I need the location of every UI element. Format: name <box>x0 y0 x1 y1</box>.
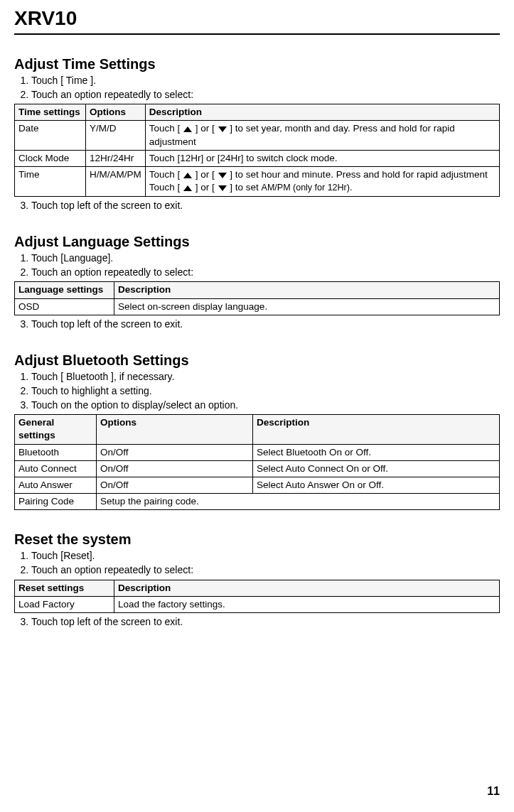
step-item: Touch an option repeatedly to select: <box>31 88 500 102</box>
svg-marker-3 <box>218 173 227 178</box>
table-header: Options <box>97 415 253 444</box>
step-item: Touch on the option to display/select an… <box>31 399 500 413</box>
table-row: Date Y/M/D Touch [ ] or [ ] to set year,… <box>15 121 500 150</box>
language-settings-table: Language settings Description OSD Select… <box>14 281 500 315</box>
table-cell: Select Auto Connect On or Off. <box>253 460 500 477</box>
table-cell: Touch [ ] or [ ] to set hour and minute.… <box>145 167 499 196</box>
table-row: Load Factory Load the factory settings. <box>15 596 500 612</box>
triangle-up-icon <box>183 126 193 133</box>
table-cell: OSD <box>15 298 114 315</box>
step-item: Touch top left of the screen to exit. <box>31 199 500 213</box>
table-cell: Auto Connect <box>15 460 97 477</box>
table-cell: Time <box>15 167 86 196</box>
section-heading-bluetooth: Adjust Bluetooth Settings <box>14 352 500 369</box>
svg-marker-5 <box>218 185 227 191</box>
title-divider <box>14 33 500 35</box>
table-row: Clock Mode 12Hr/24Hr Touch [12Hr] or [24… <box>15 150 500 166</box>
table-cell: Touch [ ] or [ ] to set year, month and … <box>145 121 499 150</box>
time-settings-table: Time settings Options Description Date Y… <box>14 104 500 196</box>
text-fragment: Touch [ <box>149 169 183 180</box>
table-row: Auto Connect On/Off Select Auto Connect … <box>15 460 500 477</box>
table-row: OSD Select on-screen display language. <box>15 298 500 315</box>
table-cell: Select Bluetooth On or Off. <box>253 444 500 460</box>
table-row: Bluetooth On/Off Select Bluetooth On or … <box>15 444 500 460</box>
svg-marker-4 <box>183 185 192 191</box>
step-item: Touch top left of the screen to exit. <box>31 318 500 332</box>
table-cell: Clock Mode <box>15 150 86 166</box>
table-cell: Bluetooth <box>15 444 97 460</box>
steps-reset-after: Touch top left of the screen to exit. <box>21 615 500 629</box>
text-fragment: ] or [ <box>193 123 218 134</box>
table-cell: Select Auto Answer On or Off. <box>253 477 500 493</box>
step-item: Touch top left of the screen to exit. <box>31 615 500 629</box>
section-bluetooth-settings: Adjust Bluetooth Settings Touch [ Blueto… <box>14 352 500 510</box>
svg-marker-1 <box>218 126 227 132</box>
table-cell: Date <box>15 121 86 150</box>
table-header: Language settings <box>15 282 114 298</box>
table-cell: On/Off <box>97 477 253 493</box>
section-reset-system: Reset the system Touch [Reset]. Touch an… <box>14 531 500 629</box>
step-item: Touch [ Time ]. <box>31 74 500 88</box>
table-cell: Pairing Code <box>15 494 97 510</box>
table-header: Description <box>253 415 500 444</box>
table-cell: H/M/AM/PM <box>86 167 146 196</box>
steps-bluetooth: Touch [ Bluetooth ], if necessary. Touch… <box>21 370 500 412</box>
step-item: Touch [Reset]. <box>31 549 500 563</box>
svg-marker-0 <box>183 126 192 132</box>
triangle-up-icon <box>183 172 193 179</box>
table-row: Time H/M/AM/PM Touch [ ] or [ ] to set h… <box>15 167 500 196</box>
step-item: Touch an option repeatedly to select: <box>31 563 500 578</box>
table-cell: 12Hr/24Hr <box>86 150 146 166</box>
table-cell: Select on-screen display language. <box>114 298 500 315</box>
reset-settings-table: Reset settings Description Load Factory … <box>14 580 500 613</box>
table-header: Options <box>86 104 146 121</box>
table-row: Pairing Code Setup the pairing code. <box>15 494 500 510</box>
table-cell: Y/M/D <box>86 121 146 150</box>
triangle-up-icon <box>183 185 193 192</box>
step-item: Touch an option repeatedly to select: <box>31 266 500 280</box>
table-header: General settings <box>15 415 97 444</box>
step-item: Touch [Language]. <box>31 251 500 266</box>
table-cell: On/Off <box>97 444 253 460</box>
steps-language-after: Touch top left of the screen to exit. <box>21 318 500 332</box>
section-heading-reset: Reset the system <box>14 531 500 548</box>
table-cell: Load Factory <box>15 596 114 612</box>
table-header: Time settings <box>15 104 86 121</box>
text-fragment: Touch [ <box>149 123 183 134</box>
text-fragment: ] to set hour and minute. Press and hold… <box>227 169 488 180</box>
section-time-settings: Adjust Time Settings Touch [ Time ]. Tou… <box>14 56 500 212</box>
table-cell: Setup the pairing code. <box>97 494 500 510</box>
step-item: Touch to highlight a setting. <box>31 384 500 399</box>
table-cell: Auto Answer <box>15 477 97 493</box>
section-heading-language: Adjust Language Settings <box>14 234 500 250</box>
triangle-down-icon <box>218 185 227 192</box>
steps-reset: Touch [Reset]. Touch an option repeatedl… <box>21 549 500 577</box>
text-fragment: Touch [ <box>149 182 183 193</box>
table-header: Reset settings <box>15 580 114 596</box>
svg-marker-2 <box>183 173 192 178</box>
page-title: XRV10 <box>14 7 500 30</box>
table-header: Description <box>145 104 499 121</box>
table-header: Description <box>114 282 500 298</box>
table-row: Auto Answer On/Off Select Auto Answer On… <box>15 477 500 493</box>
steps-time-after: Touch top left of the screen to exit. <box>21 199 500 213</box>
triangle-down-icon <box>218 126 227 133</box>
table-cell: On/Off <box>97 460 253 477</box>
text-fragment: AM/PM (only for 12Hr). <box>262 183 353 193</box>
section-heading-time: Adjust Time Settings <box>14 56 500 72</box>
text-fragment: ] or [ <box>193 169 218 180</box>
steps-language: Touch [Language]. Touch an option repeat… <box>21 251 500 279</box>
triangle-down-icon <box>218 172 227 179</box>
table-header: Description <box>114 580 500 596</box>
table-cell: Touch [12Hr] or [24Hr] to switch clock m… <box>145 150 499 166</box>
section-language-settings: Adjust Language Settings Touch [Language… <box>14 234 500 331</box>
text-fragment: ] or [ <box>193 182 218 193</box>
text-fragment: ] to set <box>227 182 262 193</box>
bluetooth-settings-table: General settings Options Description Blu… <box>14 414 500 510</box>
step-item: Touch [ Bluetooth ], if necessary. <box>31 370 500 384</box>
steps-time: Touch [ Time ]. Touch an option repeated… <box>21 74 500 102</box>
table-cell: Load the factory settings. <box>114 596 500 612</box>
page-number: 11 <box>487 785 500 798</box>
